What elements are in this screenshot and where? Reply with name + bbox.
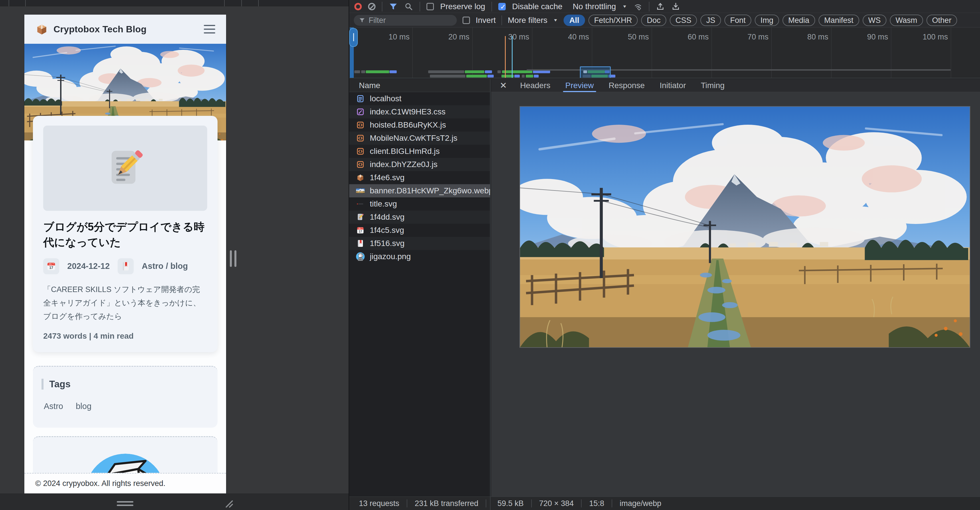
blog-site-title[interactable]: Cryptobox Tech Blog	[54, 24, 146, 35]
request-row[interactable]: localhost	[349, 92, 490, 105]
network-conditions-icon[interactable]	[633, 2, 643, 11]
clear-network-log-button[interactable]	[368, 3, 375, 10]
status-text: 59.5 kB	[498, 499, 524, 508]
panel-resize-handle-vertical[interactable]	[230, 250, 236, 267]
memo-file-icon	[356, 213, 364, 221]
filter-input[interactable]: Filter	[354, 15, 457, 26]
chevron-down-icon[interactable]: ▼	[553, 18, 558, 22]
waterfall-bar	[526, 75, 533, 78]
waterfall-bar	[366, 70, 389, 73]
tab-timing[interactable]: Timing	[695, 79, 731, 92]
timeline-tick-label: 80 ms	[785, 33, 828, 41]
timeline-tick-label: 100 ms	[905, 33, 948, 41]
device-area-bottom	[0, 493, 348, 510]
more-filters-button[interactable]: More filters	[508, 16, 547, 25]
request-row[interactable]: index.DhYZZe0J.js	[349, 158, 490, 171]
post-categories[interactable]: Astro / blog	[142, 261, 188, 271]
record-network-log-button[interactable]	[354, 3, 362, 10]
filter-chip-doc[interactable]: Doc	[641, 14, 666, 26]
filter-chip-manifest[interactable]: Manifest	[819, 14, 859, 26]
chevron-down-icon[interactable]: ▼	[622, 4, 627, 9]
tab-response[interactable]: Response	[603, 79, 651, 92]
filter-chip-wasm[interactable]: Wasm	[890, 14, 923, 26]
panel-resize-handle-horizontal[interactable]	[117, 501, 134, 506]
tab-initiator[interactable]: Initiator	[654, 79, 692, 92]
request-name: title.svg	[370, 199, 397, 208]
request-row[interactable]: MobileNav.CwKTFsT2.js	[349, 132, 490, 145]
filter-chip-js[interactable]: JS	[700, 14, 721, 26]
request-name: MobileNav.CwKTFsT2.js	[370, 133, 457, 143]
toolbar-divider	[420, 2, 420, 11]
request-row[interactable]: client.BIGLHmRd.js	[349, 145, 490, 158]
status-divider	[486, 499, 486, 507]
timeline-tick-label: 70 ms	[725, 33, 768, 41]
close-icon[interactable]: ✕	[495, 80, 511, 91]
calendar-file-icon	[356, 226, 364, 235]
filter-chip-img[interactable]: Img	[755, 14, 779, 26]
request-row[interactable]: index.C1Wt9HE3.css	[349, 105, 490, 118]
filter-chip-fetchxhr[interactable]: Fetch/XHR	[589, 14, 638, 26]
request-row[interactable]: title.svg	[349, 197, 490, 211]
invert-label[interactable]: Invert	[476, 16, 496, 25]
export-har-icon[interactable]	[671, 2, 680, 11]
request-row[interactable]: banner.D81HcKWP_Zkg6wo.webp	[349, 184, 490, 197]
waterfall-bar	[430, 75, 465, 78]
resource-type-chips: AllFetch/XHRDocCSSJSFontImgMediaManifest…	[563, 14, 957, 26]
request-row[interactable]: 1f4dd.svg	[349, 211, 490, 224]
funnel-icon	[359, 17, 365, 24]
bookmark-icon	[118, 258, 134, 274]
timeline-event-line	[505, 36, 506, 78]
throttling-select[interactable]: No throttling	[573, 2, 616, 11]
request-name: index.C1Wt9HE3.css	[370, 107, 445, 116]
tag-link-astro[interactable]: Astro	[44, 402, 63, 411]
status-divider	[612, 499, 612, 507]
filter-chip-other[interactable]: Other	[926, 14, 958, 26]
image-preview	[519, 106, 970, 348]
import-har-icon[interactable]	[656, 2, 665, 11]
filter-chip-media[interactable]: Media	[783, 14, 815, 26]
search-icon[interactable]	[404, 2, 413, 11]
tag-link-blog[interactable]: blog	[76, 402, 92, 411]
resize-corner-handle[interactable]	[224, 499, 235, 509]
name-column-header[interactable]: Name	[349, 79, 490, 92]
request-row[interactable]: hoisted.BB6uRyKX.js	[349, 118, 490, 132]
filter-chip-all[interactable]: All	[563, 14, 585, 26]
overview-window-grip[interactable]	[349, 28, 358, 47]
js-file-icon	[356, 121, 364, 129]
request-name: index.DhYZZe0J.js	[370, 160, 438, 169]
request-row[interactable]: jigazou.png	[349, 250, 490, 263]
timeline-tick-label: 50 ms	[606, 33, 649, 41]
invert-checkbox[interactable]	[463, 17, 470, 24]
status-divider	[407, 499, 407, 507]
article-card[interactable]: ブログが5分でデプロイできる時代になっていた 2024-12-12 Astro …	[33, 116, 218, 352]
filter-chip-css[interactable]: CSS	[670, 14, 697, 26]
filterbar-divider	[501, 16, 502, 25]
request-row[interactable]: 1f4c5.svg	[349, 224, 490, 237]
request-name: 1f516.svg	[370, 239, 404, 248]
preserve-log-checkbox[interactable]	[426, 3, 434, 10]
blog-header: Cryptobox Tech Blog	[24, 14, 226, 44]
network-overview-timeline[interactable]: 10 ms20 ms30 ms40 ms50 ms60 ms70 ms80 ms…	[349, 27, 980, 78]
blog-main: ブログが5分でデプロイできる時代になっていた 2024-12-12 Astro …	[24, 44, 226, 489]
filter-chip-ws[interactable]: WS	[863, 14, 887, 26]
post-title[interactable]: ブログが5分でデプロイできる時代になっていた	[43, 219, 207, 250]
timeline-tick-label: 90 ms	[845, 33, 888, 41]
status-summary: 13 requests231 kB transferred38	[349, 497, 491, 510]
hamburger-menu-icon[interactable]	[204, 25, 215, 33]
tab-headers[interactable]: Headers	[514, 79, 557, 92]
request-row[interactable]: 1f516.svg	[349, 237, 490, 250]
post-date: 2024-12-12	[67, 261, 110, 271]
filter-chip-font[interactable]: Font	[724, 14, 751, 26]
waterfall-bar	[533, 70, 550, 73]
disable-cache-checkbox[interactable]	[498, 3, 506, 10]
request-row[interactable]: 1f4e6.svg	[349, 171, 490, 184]
device-toolbar-strip	[0, 0, 348, 6]
waterfall-bar	[466, 75, 487, 78]
preserve-log-label[interactable]: Preserve log	[440, 2, 485, 11]
filter-icon[interactable]	[389, 2, 398, 11]
timeline-tick-label: 60 ms	[666, 33, 709, 41]
filter-placeholder: Filter	[369, 16, 386, 25]
post-meta: 2024-12-12 Astro / blog	[43, 258, 207, 274]
tab-preview[interactable]: Preview	[559, 79, 600, 92]
disable-cache-label[interactable]: Disable cache	[512, 2, 562, 11]
